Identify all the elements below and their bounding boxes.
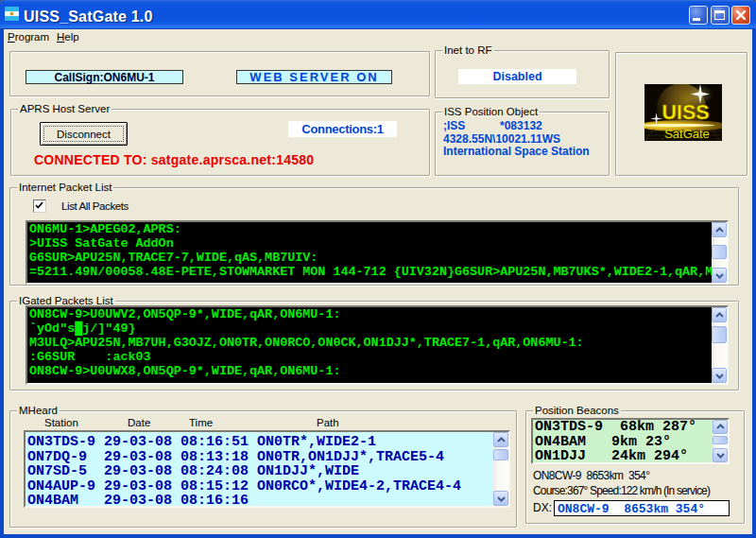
svg-text:UISS: UISS — [662, 101, 709, 124]
svg-text:SatGate: SatGate — [664, 127, 710, 141]
